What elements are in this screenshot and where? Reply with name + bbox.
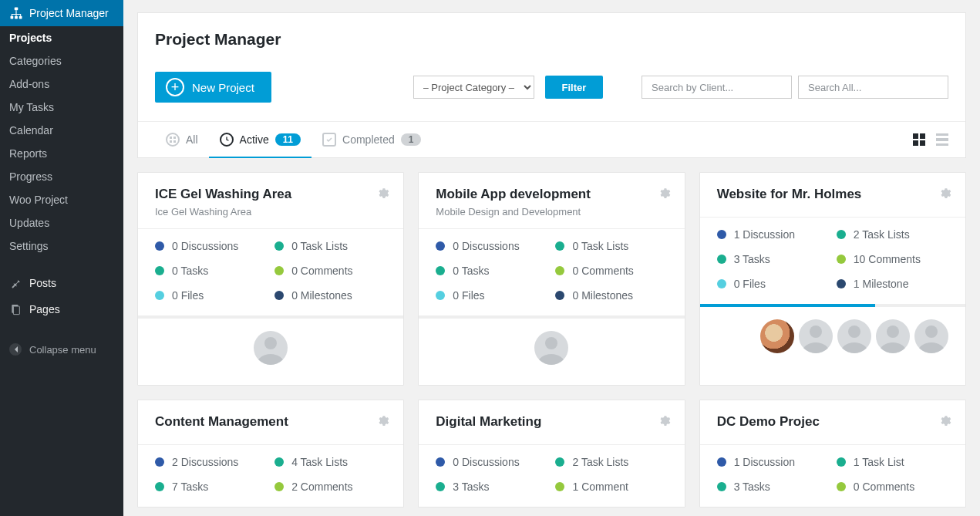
stat-comments: 0 Comments xyxy=(274,265,386,277)
stat-task_lists: 1 Task List xyxy=(837,456,948,468)
project-card[interactable]: Content Management2 Discussions4 Task Li… xyxy=(137,400,404,508)
sidebar-item-my-tasks[interactable]: My Tasks xyxy=(0,96,123,119)
dot-icon xyxy=(155,266,164,275)
card-header: Digital Marketing xyxy=(419,400,684,444)
dot-icon xyxy=(555,482,564,491)
clock-icon xyxy=(220,133,234,147)
dot-icon xyxy=(555,457,564,467)
card-footer xyxy=(700,307,965,373)
avatar[interactable] xyxy=(914,319,948,353)
project-card[interactable]: Website for Mr. Holmes1 Discussion2 Task… xyxy=(699,172,966,386)
stat-text: 0 Milestones xyxy=(291,289,352,302)
stat-tasks: 0 Tasks xyxy=(436,265,547,277)
sidebar-main-project-manager[interactable]: Project Manager xyxy=(0,0,123,26)
project-subtitle: Mobile Design and Development xyxy=(436,206,667,218)
sidebar-item-progress[interactable]: Progress xyxy=(0,165,123,188)
project-card[interactable]: ICE Gel Washing AreaIce Gel Washing Area… xyxy=(137,172,404,386)
project-settings-button[interactable] xyxy=(376,414,389,430)
new-project-button[interactable]: + New Project xyxy=(155,72,271,103)
dot-icon xyxy=(274,482,284,491)
dot-icon xyxy=(717,279,726,288)
stat-text: 7 Tasks xyxy=(172,481,208,493)
project-settings-button[interactable] xyxy=(938,187,951,202)
stat-text: 2 Discussions xyxy=(172,456,238,468)
stat-text: 1 Task List xyxy=(854,456,904,468)
dot-icon xyxy=(436,266,445,275)
project-settings-button[interactable] xyxy=(658,414,671,430)
avatar[interactable] xyxy=(534,331,568,365)
stat-tasks: 3 Tasks xyxy=(436,481,547,493)
project-settings-button[interactable] xyxy=(658,187,671,202)
check-icon xyxy=(322,133,336,147)
stat-tasks: 0 Tasks xyxy=(155,265,267,277)
project-settings-button[interactable] xyxy=(938,414,951,430)
dot-icon xyxy=(837,482,846,491)
admin-sidebar: Project Manager ProjectsCategoriesAdd-on… xyxy=(0,0,123,516)
tab-completed[interactable]: Completed 1 xyxy=(312,122,432,157)
project-card[interactable]: Mobile App developmentMobile Design and … xyxy=(418,172,685,386)
sidebar-item-projects[interactable]: Projects xyxy=(0,26,123,49)
stat-text: 2 Comments xyxy=(291,481,352,493)
tab-all[interactable]: All xyxy=(155,122,209,157)
list-view-icon[interactable] xyxy=(936,133,948,146)
tabs-row: All Active 11 Completed 1 xyxy=(138,121,965,157)
top-panel: Project Manager + New Project – Project … xyxy=(137,12,966,158)
project-card[interactable]: DC Demo Projec1 Discussion1 Task List3 T… xyxy=(699,400,966,508)
gear-icon xyxy=(658,187,671,200)
card-stats: 0 Discussions2 Task Lists3 Tasks1 Commen… xyxy=(419,444,684,507)
gear-icon xyxy=(376,187,389,200)
dot-icon xyxy=(274,241,284,251)
avatar[interactable] xyxy=(760,319,794,353)
sidebar-item-posts[interactable]: Posts xyxy=(0,270,123,296)
dot-icon xyxy=(155,457,164,467)
stat-text: 2 Task Lists xyxy=(572,456,628,468)
stat-text: 0 Comments xyxy=(854,481,914,493)
stat-text: 0 Milestones xyxy=(572,289,633,302)
search-client-input[interactable] xyxy=(642,76,792,99)
avatar[interactable] xyxy=(254,331,288,365)
svg-rect-9 xyxy=(173,140,176,143)
dot-icon xyxy=(274,266,284,275)
stat-comments: 0 Comments xyxy=(837,481,948,493)
svg-rect-7 xyxy=(173,137,176,139)
grid-view-icon[interactable] xyxy=(913,133,925,146)
dot-icon xyxy=(436,482,445,491)
page-title: Project Manager xyxy=(155,30,948,49)
sidebar-item-pages[interactable]: Pages xyxy=(0,296,123,322)
collapse-menu-button[interactable]: Collapse menu xyxy=(0,336,123,363)
category-select[interactable]: – Project Category – xyxy=(414,76,534,98)
stat-text: 10 Comments xyxy=(854,253,921,265)
stat-comments: 1 Comment xyxy=(555,481,667,493)
sidebar-item-reports[interactable]: Reports xyxy=(0,142,123,165)
stat-task_lists: 2 Task Lists xyxy=(837,228,948,241)
stat-comments: 10 Comments xyxy=(837,253,948,265)
sidebar-item-calendar[interactable]: Calendar xyxy=(0,119,123,142)
tab-active[interactable]: Active 11 xyxy=(209,122,312,157)
avatar[interactable] xyxy=(876,319,910,353)
card-stats: 1 Discussion1 Task List3 Tasks0 Comments xyxy=(700,444,965,507)
dot-icon xyxy=(436,291,445,300)
filter-button[interactable]: Filter xyxy=(545,76,604,99)
stat-comments: 2 Comments xyxy=(274,481,386,493)
card-footer xyxy=(419,319,684,385)
collapse-icon xyxy=(9,343,22,356)
avatar[interactable] xyxy=(837,319,871,353)
project-card[interactable]: Digital Marketing0 Discussions2 Task Lis… xyxy=(418,400,685,508)
sidebar-item-updates[interactable]: Updates xyxy=(0,211,123,234)
card-footer xyxy=(138,319,403,385)
main-content: Project Manager + New Project – Project … xyxy=(123,0,980,516)
avatar[interactable] xyxy=(799,319,833,353)
sidebar-item-woo-project[interactable]: Woo Project xyxy=(0,188,123,211)
sidebar-item-add-ons[interactable]: Add-ons xyxy=(0,73,123,96)
project-settings-button[interactable] xyxy=(376,187,389,202)
stat-task_lists: 4 Task Lists xyxy=(274,456,386,468)
stat-text: 1 Milestone xyxy=(854,278,909,290)
sidebar-item-categories[interactable]: Categories xyxy=(0,49,123,73)
sidebar-item-settings[interactable]: Settings xyxy=(0,234,123,258)
dot-icon xyxy=(717,230,726,239)
stat-text: 0 Files xyxy=(734,278,766,290)
search-all-input[interactable] xyxy=(798,76,948,99)
project-title: Website for Mr. Holmes xyxy=(717,187,948,202)
projects-grid: ICE Gel Washing AreaIce Gel Washing Area… xyxy=(137,172,966,508)
all-icon xyxy=(166,133,180,147)
